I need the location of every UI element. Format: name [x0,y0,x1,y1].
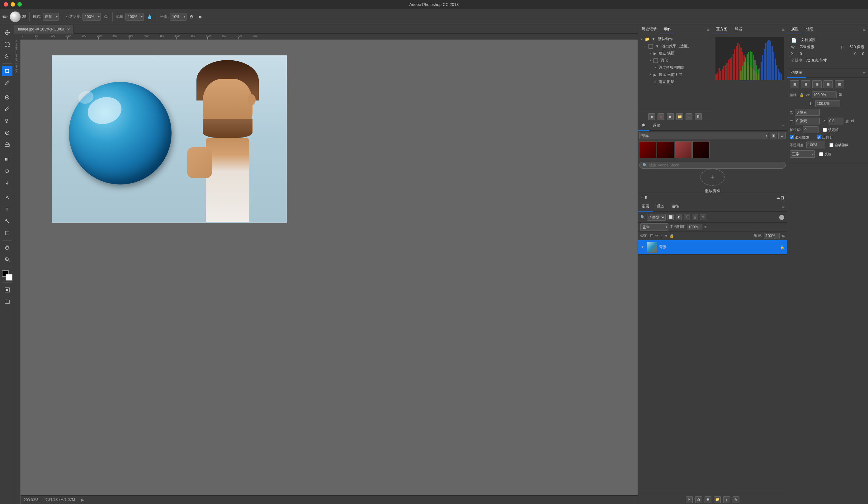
properties-menu-button[interactable]: ≡ [860,27,868,32]
brush-size-control[interactable]: 35 [10,11,26,22]
blur-tool[interactable] [2,166,12,176]
tab-layers[interactable]: 图层 [638,202,653,212]
lock-artboard[interactable]: ➡ [664,234,668,238]
opacity-dropdown-wrapper[interactable]: 100% ▾ [83,13,101,21]
histogram-menu-button[interactable]: ≡ [779,27,787,32]
filter-adjust-button[interactable]: ◐ [675,214,682,220]
tab-info[interactable]: 信息 [802,25,817,34]
background-color[interactable] [6,274,12,281]
layer-adjustment-button[interactable]: ◉ [704,496,711,503]
flow-select[interactable]: 100% [125,13,144,21]
path-selection-tool[interactable] [2,216,12,227]
crop-tool[interactable] [2,66,12,76]
smooth-select[interactable]: 10% [170,13,186,21]
blend-mode-select[interactable]: 正常 [640,223,669,231]
shape-tool[interactable] [2,228,12,238]
new-action-set[interactable]: 📁 [676,113,683,120]
pen-tool[interactable] [2,192,12,203]
tab-navigator[interactable]: 导器 [731,25,746,34]
clone-blend-wrapper[interactable]: 正常 ▾ [790,150,815,158]
clone-menu-button[interactable]: ≡ [860,71,868,76]
opacity-select[interactable]: 100% [83,13,101,21]
expand-5[interactable]: ▶ [653,73,656,77]
clone-h-value[interactable] [815,100,840,107]
lock-all[interactable]: 🔒 [669,234,674,238]
tab-paths[interactable]: 路径 [668,202,683,212]
history-item-3[interactable]: ✓ 羽化 [638,57,712,64]
airbrush-button[interactable]: 💧 [146,14,154,20]
library-select[interactable]: 找库 [639,132,768,139]
tab-adjustments[interactable]: 调整 [649,121,664,131]
opacity-options-button[interactable]: ⚙ [103,14,109,20]
clone-src-4[interactable]: ⊟ [824,80,833,88]
delete-action-button[interactable]: 🗑 [695,113,702,120]
move-tool[interactable] [2,28,12,38]
brush-tool[interactable] [2,104,12,115]
library-search[interactable]: 🔍 [639,162,786,169]
layer-eye-background[interactable]: 👁 [640,245,645,250]
history-item-4[interactable]: ✓ 通过拷贝的图层 [638,64,712,71]
clone-w-value[interactable] [812,92,837,98]
color-boxes[interactable] [2,270,12,281]
text-tool[interactable]: T [2,204,12,215]
history-brush-tool[interactable] [2,128,12,138]
marquee-tool[interactable] [2,39,12,50]
layer-mask-button[interactable]: ◑ [695,496,702,503]
tab-properties[interactable]: 属性 [787,25,802,34]
clone-opacity-value[interactable] [806,141,825,148]
filter-toggle-icon[interactable]: ⬤ [779,214,785,220]
pressure-button[interactable]: ☻ [197,14,204,20]
history-item-2[interactable]: ✓ ▶ 建立 快照 [638,50,712,57]
library-add-button[interactable]: + [640,194,644,201]
close-button[interactable] [4,2,8,7]
brush-preview[interactable] [10,11,21,22]
filter-pixel-button[interactable]: ⬜ [668,214,674,220]
clone-src-1[interactable]: ⊟ [790,80,799,88]
library-upload-button[interactable]: ⬆ [644,195,648,200]
filter-text-button[interactable]: T [684,214,690,220]
minimize-button[interactable] [11,2,15,7]
library-delete-button[interactable]: 🗑 [780,195,785,200]
library-menu-button[interactable]: ≡ [779,124,787,128]
layers-menu-button[interactable]: ≡ [779,204,787,209]
preset-swatch-4[interactable] [692,141,710,158]
flow-dropdown-wrapper[interactable]: 100% ▾ [125,13,144,21]
quick-mask-button[interactable] [2,285,12,295]
clone-stamp-tool[interactable] [2,116,12,126]
smooth-dropdown-wrapper[interactable]: 10% ▾ [170,13,186,21]
layer-fx-button[interactable]: fx [686,496,693,503]
show-overlay-checkbox[interactable] [790,135,794,139]
library-cloud-button[interactable]: ☁ [776,195,780,200]
frame-offset-value[interactable] [803,126,818,133]
library-dropdown-wrapper[interactable]: 找库 ▾ [639,132,768,139]
fill-input[interactable] [764,233,779,239]
stock-search-input[interactable] [649,163,693,167]
lasso-tool[interactable] [2,51,12,62]
healing-tool[interactable] [2,92,12,103]
lock-move[interactable]: ⬦ [660,234,662,238]
history-item-1[interactable]: ✓ ▼ 淡出效果（选区） [638,43,712,50]
record-button[interactable]: ● [658,113,664,120]
clone-blend-select[interactable]: 正常 [790,150,815,158]
library-grid-button[interactable]: ⊞ [769,132,777,139]
status-arrow[interactable]: ▶ [81,498,84,502]
lock-transparent[interactable]: ☐ [650,234,653,238]
window-controls[interactable] [4,2,22,7]
tab-actions[interactable]: 动作 [660,25,675,34]
history-item-6[interactable]: ✓ 建立 图层 [638,78,712,86]
invert-checkbox[interactable] [819,152,823,156]
history-menu-button[interactable]: ≡ [704,27,712,32]
library-list-button[interactable]: ≡ [778,132,786,139]
expand-0[interactable]: ▼ [652,37,655,41]
new-action-button[interactable]: □ [685,113,692,120]
maximize-button[interactable] [18,2,22,7]
layer-delete-button[interactable]: 🗑 [733,496,740,503]
angle-reset[interactable]: ↺ [850,118,854,124]
clone-src-2[interactable]: ⊟ [801,80,810,88]
layer-group-button[interactable]: 📁 [714,496,721,503]
filter-smart-button[interactable]: ◇ [700,214,706,220]
eyedropper-tool[interactable] [2,77,12,88]
mode-select[interactable]: 正常 [43,13,59,21]
expand-2[interactable]: ▶ [653,51,656,56]
clipped-checkbox[interactable] [817,135,821,139]
